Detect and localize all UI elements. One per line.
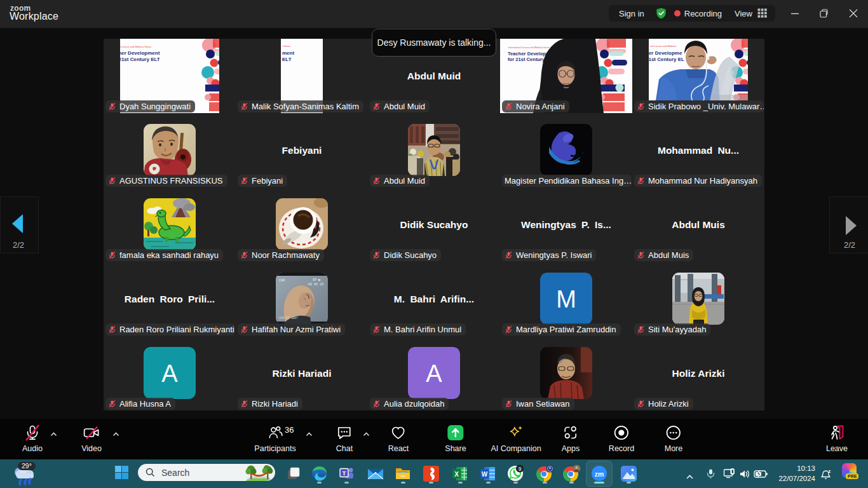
svg-text:nal Lecture and Webinar: nal Lecture and Webinar — [650, 45, 677, 48]
svg-text:International Lecture and Webi: International Lecture and Webinar Series — [508, 46, 550, 49]
svg-text:r Series: r Series — [282, 45, 290, 48]
svg-text:ELT: ELT — [282, 57, 292, 62]
svg-text:-00 06 23: -00 06 23 — [306, 283, 323, 287]
svg-text:cher Development: cher Development — [120, 50, 160, 56]
svg-text:A: A — [426, 360, 442, 387]
svg-text:her Developme: her Developme — [649, 50, 682, 56]
svg-text:ment: ment — [282, 50, 294, 56]
svg-text:9: 9 — [519, 466, 522, 472]
svg-text:A: A — [161, 360, 178, 387]
svg-text:nal Lecture and Webinar Serie: nal Lecture and Webinar Series — [120, 46, 151, 48]
svg-text:z: z — [829, 468, 831, 474]
svg-text:CH3 07 1987: CH3 07 1987 — [279, 316, 298, 320]
svg-text:X: X — [454, 471, 459, 478]
svg-text:21st Century EL: 21st Century EL — [649, 57, 684, 62]
svg-text:e21st Century ELT: e21st Century ELT — [120, 57, 160, 62]
svg-text:CAM: CAM — [279, 279, 285, 283]
svg-text:T: T — [342, 470, 346, 477]
svg-text:M: M — [556, 286, 576, 313]
svg-text:W: W — [482, 471, 488, 478]
svg-text:SP ▶: SP ▶ — [313, 278, 321, 282]
svg-text:zm: zm — [595, 470, 604, 478]
